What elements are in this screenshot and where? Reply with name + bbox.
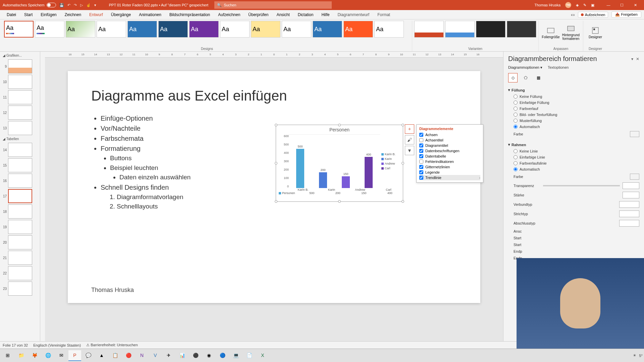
fill-section[interactable]: ▾ Füllung (508, 86, 639, 94)
chart-styles-button[interactable]: 🖌 (405, 135, 414, 144)
pane-tab-text-options[interactable]: Textoptionen (548, 65, 569, 70)
chart-elements-button[interactable]: ＋ (405, 124, 414, 134)
chart-element-diagrammtitel[interactable]: Diagrammtitel (419, 143, 480, 148)
tab-uebergaenge[interactable]: Übergänge (107, 10, 135, 19)
pane-dropdown-icon[interactable]: ▾ (631, 57, 633, 61)
width-value[interactable] (623, 192, 639, 198)
tab-hilfe[interactable]: Hilfe (317, 10, 333, 19)
chart-filter-button[interactable]: ▼ (405, 146, 414, 155)
slide-thumb-17[interactable] (8, 189, 32, 203)
effects-icon[interactable]: ⬠ (521, 73, 530, 82)
chart-title[interactable]: Personen (276, 125, 403, 134)
theme-thumb[interactable]: Aa (189, 21, 219, 38)
slide-title[interactable]: Diagramme aus Excel einfügen (91, 88, 457, 104)
chart-element-datenbeschriftungen[interactable]: Datenbeschriftungen (419, 148, 480, 154)
border-opt-1[interactable]: Einfarbige Linie (508, 154, 639, 160)
pane-close-icon[interactable]: ✕ (636, 57, 639, 61)
undo-icon[interactable]: ↶ (67, 3, 70, 7)
slide-thumb-19[interactable] (8, 220, 32, 234)
theme-thumb[interactable]: Aa (127, 21, 157, 38)
slide-thumb-18[interactable] (8, 204, 32, 219)
fill-opt-0[interactable]: Keine Füllung (508, 94, 639, 100)
slide-thumb-12[interactable] (8, 106, 32, 120)
slide-canvas[interactable]: Diagramme aus Excel einfügen Einfüge-Opt… (68, 71, 480, 303)
tab-datei[interactable]: Datei (3, 10, 20, 19)
excel-icon[interactable]: X (256, 350, 269, 361)
qat-dd[interactable]: ▾ (94, 3, 96, 7)
taskbar[interactable]: ⊞ 📁 🦊 🌐 ✉ P 💬 ▲ 📋 🔴 N V ✈ 📊 ⚫ ◉ 🔵 💻 📄 X … (0, 349, 644, 362)
variant-thumb[interactable] (476, 21, 505, 38)
slide-thumb-13[interactable] (8, 121, 32, 135)
slide-thumb-16[interactable] (8, 174, 32, 188)
start-icon[interactable]: ▷ (80, 3, 83, 7)
app7-icon[interactable]: 💻 (229, 350, 242, 361)
slide-thumb-10[interactable] (8, 75, 32, 89)
close-button[interactable]: ✕ (629, 3, 641, 7)
tab-bildschirm[interactable]: Bildschirmpräsentation (165, 10, 214, 19)
tab-zeichnen[interactable]: Zeichnen (61, 10, 85, 19)
theme-thumb[interactable]: Aa (158, 21, 188, 38)
chart-object[interactable]: Personen 6005004003002001000 50020015040… (276, 125, 403, 202)
tab-dictation[interactable]: Dictation (294, 10, 318, 19)
theme-thumb[interactable]: Aa (97, 21, 126, 38)
autosave-toggle[interactable] (47, 3, 56, 7)
firefox-icon[interactable]: 🦊 (28, 350, 41, 361)
telegram-icon[interactable]: ✈ (162, 350, 175, 361)
eyedropper-icon[interactable]: ✎ (583, 3, 586, 7)
diamond-icon[interactable]: ◈ (576, 3, 579, 7)
explorer-icon[interactable]: 📁 (15, 350, 28, 361)
theme-thumb[interactable]: Aa (374, 21, 404, 38)
chart-element-fehlerindikatoren[interactable]: Fehlerindikatoren (419, 159, 480, 164)
theme-thumb[interactable]: Aa (313, 21, 342, 38)
minimize-button[interactable]: — (602, 3, 614, 7)
theme-thumb[interactable]: Aa (251, 21, 280, 38)
slide-thumb-20[interactable] (8, 235, 32, 249)
slide-thumb-23[interactable] (8, 282, 32, 296)
chart-element-achsentitel[interactable]: Achsentitel (419, 137, 480, 143)
tab-start[interactable]: Start (20, 10, 37, 19)
app6-icon[interactable]: 🔵 (216, 350, 229, 361)
fill-opt-2[interactable]: Farbverlauf (508, 106, 639, 112)
border-opt-2[interactable]: Farbverlaufslinie (508, 160, 639, 166)
redo-icon[interactable]: ↷ (74, 3, 77, 7)
tab-einfuegen[interactable]: Einfügen (37, 10, 60, 19)
fill-opt-4[interactable]: Musterfüllung (508, 118, 639, 124)
slide-thumb-14[interactable] (8, 143, 32, 157)
visio-icon[interactable]: V (149, 350, 162, 361)
search-input[interactable]: 🔍 Suchen (214, 1, 332, 9)
border-opt-3[interactable]: Automatisch (508, 166, 639, 172)
tab-ueberpruefen[interactable]: Überprüfen (244, 10, 272, 19)
fill-line-icon[interactable]: ◇ (508, 73, 518, 82)
slide-thumb-9[interactable] (8, 59, 32, 73)
app3-icon[interactable]: 🔴 (122, 350, 135, 361)
tab-aufzeichnen[interactable]: Aufzeichnen (214, 10, 244, 19)
transparency-value[interactable] (623, 182, 639, 189)
powerpoint-icon[interactable]: P (68, 350, 81, 361)
maximize-button[interactable]: ☐ (616, 3, 628, 7)
share-button[interactable]: 📤 Freigeben (611, 11, 641, 18)
start-menu-icon[interactable]: ⊞ (1, 350, 14, 361)
status-lang[interactable]: Englisch (Vereinigte Staaten) (33, 343, 81, 347)
fill-color-swatch[interactable] (630, 131, 639, 137)
record-button[interactable]: Aufzeichnen (578, 12, 608, 18)
section-tabellen[interactable]: ◢ Tabellen (1, 136, 39, 141)
tab-ansicht[interactable]: Ansicht (272, 10, 293, 19)
avatar[interactable]: TH (565, 2, 571, 8)
slide-size-button[interactable]: Foliengröße (541, 21, 561, 44)
border-color-swatch[interactable] (630, 174, 639, 180)
transparency-slider[interactable] (543, 185, 620, 186)
theme-gallery[interactable]: Aa Aa Aa Aa Aa Aa Aa Aa Aa Aa Aa Aa Aa (4, 21, 410, 45)
variant-thumb[interactable] (414, 21, 444, 38)
obs-icon[interactable]: ⚫ (189, 350, 202, 361)
dash-dd[interactable] (619, 210, 639, 217)
format-background-button[interactable]: Hintergrund formatieren (561, 21, 581, 44)
save-icon[interactable]: 💾 (59, 3, 64, 7)
fill-opt-3[interactable]: Bild- oder Texturfüllung (508, 112, 639, 118)
touch-icon[interactable]: ☝ (86, 3, 91, 7)
status-access[interactable]: ⚠ Barrierefreiheit: Untersuchen (86, 343, 138, 347)
slide-thumb-15[interactable] (8, 158, 32, 172)
tab-format[interactable]: Format (373, 10, 394, 19)
app-icon[interactable]: 💬 (82, 350, 95, 361)
pane-tab-chart-options[interactable]: Diagrammoptionen ▾ (508, 65, 542, 70)
slide-thumb-11[interactable] (8, 90, 32, 104)
